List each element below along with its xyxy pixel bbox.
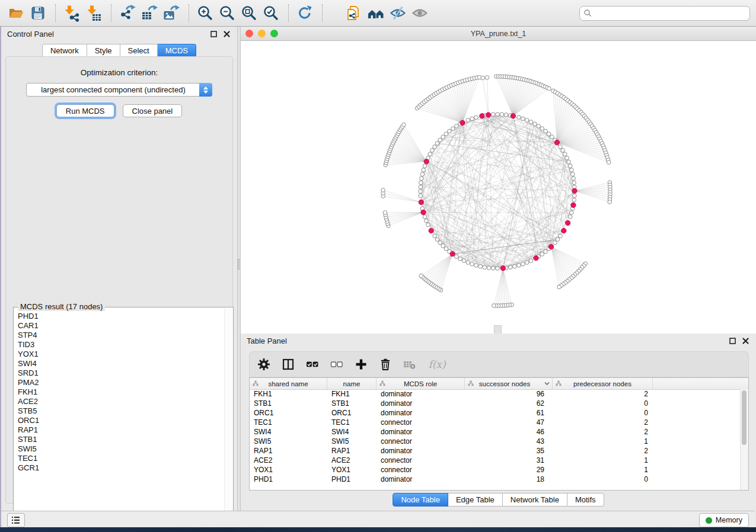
network-node[interactable]: [474, 116, 479, 120]
horizontal-splitter-handle[interactable]: [494, 325, 502, 334]
network-node[interactable]: [492, 304, 496, 308]
search-input[interactable]: [592, 7, 749, 20]
network-node[interactable]: [513, 264, 517, 268]
tab-motifs[interactable]: Motifs: [567, 493, 604, 507]
tab-edge-table[interactable]: Edge Table: [448, 493, 503, 507]
mcds-node[interactable]: [534, 255, 538, 260]
mcds-result-scrollbar[interactable]: [224, 308, 232, 525]
network-node[interactable]: [533, 122, 537, 126]
network-node[interactable]: [556, 238, 560, 242]
export-network-button[interactable]: [117, 3, 138, 23]
mcds-node[interactable]: [460, 120, 465, 125]
close-panel-button[interactable]: [222, 29, 231, 39]
mcds-node[interactable]: [511, 114, 515, 118]
network-node[interactable]: [521, 262, 525, 266]
network-node[interactable]: [525, 261, 529, 265]
mcds-result-item[interactable]: TEC1: [18, 454, 233, 463]
network-node[interactable]: [438, 241, 442, 245]
zoom-fit-button[interactable]: [239, 3, 259, 23]
network-node[interactable]: [455, 255, 459, 259]
show-graphics-details-button[interactable]: [410, 3, 430, 23]
table-scrollbar[interactable]: [740, 389, 748, 490]
open-session-button[interactable]: [6, 3, 26, 23]
network-node[interactable]: [419, 194, 423, 198]
run-mcds-button[interactable]: Run MCDS: [56, 104, 114, 117]
tab-style[interactable]: Style: [87, 44, 120, 57]
column-header-predecessor-nodes[interactable]: predecessor nodes: [553, 378, 653, 389]
network-node[interactable]: [491, 267, 495, 271]
tab-mcds[interactable]: MCDS: [158, 44, 196, 57]
task-history-button[interactable]: [7, 513, 25, 527]
network-node[interactable]: [570, 172, 575, 177]
network-node[interactable]: [544, 129, 548, 133]
minimize-window-traffic-light[interactable]: [258, 30, 266, 37]
tab-network[interactable]: Network: [42, 44, 87, 57]
network-node[interactable]: [496, 113, 500, 117]
network-node[interactable]: [426, 223, 430, 227]
select-all-button[interactable]: [305, 357, 320, 371]
mcds-node[interactable]: [424, 159, 429, 164]
network-node[interactable]: [419, 274, 423, 278]
column-header-name[interactable]: name: [327, 378, 377, 389]
network-node[interactable]: [458, 257, 462, 261]
table-row[interactable]: SWI5SWI5connector431: [250, 437, 748, 447]
network-node[interactable]: [466, 118, 470, 123]
network-node[interactable]: [470, 117, 474, 121]
network-node[interactable]: [487, 266, 491, 270]
network-node[interactable]: [563, 152, 567, 156]
network-node[interactable]: [423, 215, 427, 219]
mcds-node[interactable]: [562, 228, 566, 233]
network-node[interactable]: [444, 247, 448, 251]
network-node[interactable]: [567, 160, 571, 164]
network-node[interactable]: [547, 86, 551, 91]
network-node[interactable]: [537, 124, 541, 129]
save-session-button[interactable]: [28, 3, 48, 23]
network-node[interactable]: [425, 219, 429, 223]
network-canvas[interactable]: [241, 41, 756, 334]
close-table-panel-button[interactable]: [741, 336, 750, 345]
mcds-node[interactable]: [548, 244, 553, 249]
network-node[interactable]: [420, 177, 424, 181]
mcds-node[interactable]: [421, 210, 426, 214]
network-node[interactable]: [540, 127, 544, 131]
float-panel-button[interactable]: [209, 29, 218, 39]
network-node[interactable]: [561, 149, 565, 153]
deselect-all-button[interactable]: [330, 357, 344, 371]
table-row[interactable]: ACE2ACE2connector311: [250, 456, 748, 466]
mcds-result-item[interactable]: STB1: [18, 435, 233, 444]
float-table-panel-button[interactable]: [728, 336, 737, 345]
zoom-in-button[interactable]: [195, 3, 215, 23]
zoom-selected-button[interactable]: [261, 3, 281, 23]
column-header-successor-nodes[interactable]: successor nodes: [465, 378, 553, 389]
network-node[interactable]: [572, 177, 576, 181]
network-node[interactable]: [491, 113, 495, 117]
network-node[interactable]: [521, 117, 525, 121]
network-node[interactable]: [435, 238, 439, 242]
network-node[interactable]: [420, 172, 425, 177]
network-window-titlebar[interactable]: YPA_prune.txt_1: [241, 27, 756, 41]
tab-select[interactable]: Select: [120, 44, 158, 57]
mcds-node[interactable]: [572, 188, 577, 193]
mcds-node[interactable]: [486, 113, 490, 117]
import-table-button[interactable]: [84, 3, 104, 23]
network-node[interactable]: [428, 152, 432, 156]
network-node[interactable]: [441, 135, 445, 139]
network-node[interactable]: [419, 185, 423, 189]
network-node[interactable]: [470, 262, 474, 266]
network-node[interactable]: [553, 241, 557, 245]
network-node[interactable]: [568, 215, 572, 219]
network-node[interactable]: [570, 211, 574, 215]
table-row[interactable]: YOX1YOX1connector291: [250, 466, 748, 475]
network-node[interactable]: [529, 120, 533, 124]
mcds-result-item[interactable]: RAP1: [18, 425, 233, 435]
network-node[interactable]: [466, 261, 470, 265]
network-node[interactable]: [448, 129, 452, 133]
export-image-button[interactable]: [161, 3, 181, 23]
network-node[interactable]: [517, 264, 521, 268]
network-node[interactable]: [573, 194, 577, 198]
close-mcds-panel-button[interactable]: Close panel: [123, 104, 183, 117]
network-node[interactable]: [572, 181, 576, 185]
network-node[interactable]: [547, 132, 551, 136]
network-node[interactable]: [462, 259, 466, 263]
network-node[interactable]: [517, 116, 521, 120]
